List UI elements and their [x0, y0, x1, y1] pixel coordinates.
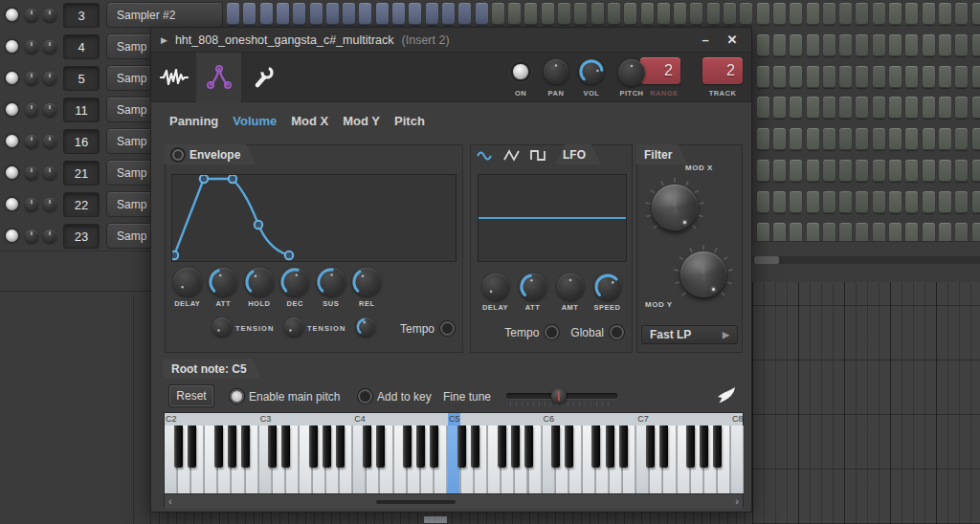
step-cell[interactable]	[426, 3, 438, 25]
step-cell[interactable]	[376, 3, 389, 25]
black-key[interactable]	[565, 426, 573, 468]
step-cell[interactable]	[790, 34, 802, 56]
scroll-left-icon[interactable]: ‹	[168, 495, 172, 507]
minimize-button[interactable]: –	[696, 33, 715, 47]
channel-vol-knob[interactable]	[43, 135, 56, 148]
black-key[interactable]	[713, 426, 722, 468]
step-cell[interactable]	[939, 66, 951, 88]
step-cell[interactable]	[873, 97, 885, 119]
black-key[interactable]	[471, 426, 479, 468]
step-cell[interactable]	[740, 3, 752, 25]
step-cell[interactable]	[905, 160, 918, 182]
step-cell[interactable]	[823, 34, 835, 56]
channel-vol-knob[interactable]	[43, 9, 56, 22]
black-key[interactable]	[498, 426, 506, 468]
black-key[interactable]	[619, 426, 628, 468]
white-key[interactable]	[731, 426, 744, 493]
step-cell[interactable]	[243, 3, 256, 25]
black-key[interactable]	[511, 426, 520, 468]
step-cell[interactable]	[905, 97, 918, 119]
step-cell[interactable]	[823, 66, 835, 88]
step-cell[interactable]	[972, 3, 980, 25]
black-key[interactable]	[323, 426, 331, 468]
channel-button[interactable]: Sampler #2	[106, 2, 223, 28]
step-cell[interactable]	[923, 34, 935, 56]
step-cell[interactable]	[757, 191, 769, 213]
step-cell[interactable]	[889, 66, 902, 88]
step-cell[interactable]	[905, 66, 918, 88]
hold-knob[interactable]	[245, 268, 274, 296]
channel-mute-led[interactable]	[6, 9, 18, 21]
step-cell[interactable]	[905, 191, 918, 213]
keyboard-scrollbar[interactable]: ‹ ›	[165, 493, 743, 509]
hand-icon[interactable]	[714, 385, 737, 404]
step-cell[interactable]	[972, 97, 980, 119]
channel-number[interactable]: 4	[63, 34, 100, 59]
step-cell[interactable]	[442, 3, 455, 25]
step-cell[interactable]	[624, 3, 636, 25]
step-cell[interactable]	[823, 128, 835, 150]
step-cell[interactable]	[972, 34, 980, 56]
lfo-section-tab[interactable]: LFO	[555, 144, 601, 164]
envelope-graph[interactable]	[171, 174, 457, 262]
step-cell[interactable]	[757, 160, 769, 182]
channel-mute-led[interactable]	[6, 135, 18, 147]
step-cell[interactable]	[873, 34, 885, 56]
step-cell[interactable]	[757, 34, 769, 56]
black-key[interactable]	[646, 426, 655, 468]
step-cell[interactable]	[359, 3, 371, 25]
black-key[interactable]	[686, 426, 695, 468]
channel-vol-knob[interactable]	[43, 72, 56, 85]
envelope-section-tab[interactable]: Envelope	[165, 144, 256, 164]
step-cell[interactable]	[724, 3, 736, 25]
att-knob[interactable]	[520, 273, 546, 300]
step-cell[interactable]	[823, 3, 835, 25]
step-cell[interactable]	[873, 66, 885, 88]
black-key[interactable]	[281, 426, 290, 468]
pitch-range-badge[interactable]: 2	[640, 57, 680, 84]
step-cell[interactable]	[823, 160, 835, 182]
step-cell[interactable]	[790, 191, 802, 213]
step-cell[interactable]	[839, 3, 852, 25]
step-cell[interactable]	[293, 3, 305, 25]
step-cell[interactable]	[972, 66, 980, 88]
step-cell[interactable]	[641, 3, 654, 25]
step-cell[interactable]	[492, 3, 504, 25]
collapse-arrow-icon[interactable]: ▶	[161, 35, 167, 45]
channel-pan-knob[interactable]	[25, 103, 38, 117]
channel-number[interactable]: 16	[63, 129, 100, 154]
amt-knob[interactable]	[557, 273, 584, 300]
step-cell[interactable]	[277, 3, 289, 25]
reset-button[interactable]: Reset	[169, 385, 213, 406]
step-cell[interactable]	[807, 66, 819, 88]
step-cell[interactable]	[856, 160, 868, 182]
step-cell[interactable]	[807, 160, 819, 182]
enable-main-pitch-radio[interactable]	[230, 389, 244, 404]
step-cell[interactable]	[905, 3, 918, 25]
channel-mute-led[interactable]	[6, 229, 18, 242]
tab-panning[interactable]: Panning	[169, 114, 218, 128]
black-key[interactable]	[700, 426, 708, 468]
lfo-tempo-radio[interactable]	[545, 325, 559, 339]
step-cell[interactable]	[807, 97, 819, 119]
tab-miscellaneous[interactable]	[241, 53, 286, 102]
channel-number[interactable]: 23	[63, 224, 100, 249]
step-cell[interactable]	[757, 97, 769, 119]
step-cell[interactable]	[905, 128, 918, 150]
channel-vol-knob[interactable]	[43, 40, 56, 54]
channel-number[interactable]: 11	[63, 98, 100, 122]
step-cell[interactable]	[476, 3, 488, 25]
step-cell[interactable]	[955, 191, 968, 213]
step-cell[interactable]	[310, 3, 323, 25]
black-key[interactable]	[214, 426, 223, 468]
root-note-tab[interactable]: Root note: C5	[164, 359, 262, 379]
step-cell[interactable]	[955, 34, 968, 56]
channel-mute-led[interactable]	[6, 198, 18, 210]
tension-1-knob[interactable]	[212, 317, 232, 337]
step-cell[interactable]	[657, 3, 670, 25]
channel-pan-knob[interactable]	[25, 40, 38, 54]
step-cell[interactable]	[972, 160, 980, 182]
step-cell[interactable]	[972, 191, 980, 213]
channel-pan-knob[interactable]	[25, 229, 38, 243]
dec-knob[interactable]	[280, 268, 309, 296]
